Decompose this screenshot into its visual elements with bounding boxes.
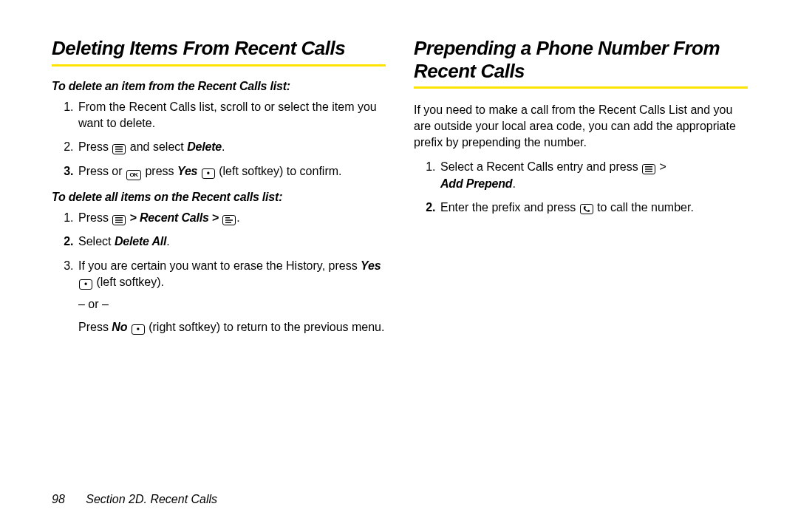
page-number: 98: [52, 493, 65, 505]
manual-page: Deleting Items From Recent Calls To dele…: [0, 0, 798, 532]
text: (right softkey) to return to the previou…: [146, 321, 385, 333]
subhead-delete-item: To delete an item from the Recent Calls …: [52, 80, 386, 93]
step-3: Press or OK press Yes (left softkey) to …: [77, 163, 386, 180]
heading-deleting-items: Deleting Items From Recent Calls: [52, 37, 386, 61]
ok-key-icon: OK: [126, 170, 141, 180]
text: Press or: [78, 165, 126, 177]
text-bold-italic: Yes: [361, 259, 381, 272]
alt-instruction: Press No (right softkey) to return to th…: [78, 319, 386, 335]
menu-key-icon: [112, 215, 126, 225]
softkey-icon: [132, 324, 145, 335]
subhead-delete-all: To delete all items on the Recent calls …: [52, 191, 386, 204]
section-label: Section 2D. Recent Calls: [86, 493, 217, 505]
step-2: Enter the prefix and press to call the n…: [439, 200, 748, 216]
text: (left softkey).: [93, 276, 164, 288]
svg-rect-7: [225, 219, 233, 220]
heading-prepending: Prepending a Phone Number From Recent Ca…: [414, 37, 748, 83]
left-column: Deleting Items From Recent Calls To dele…: [52, 37, 386, 343]
text: press: [142, 165, 177, 177]
step-3: If you are certain you want to erase the…: [77, 258, 386, 336]
text: .: [222, 140, 225, 153]
or-separator: – or –: [78, 296, 386, 313]
softkey-icon: [79, 279, 92, 290]
text-bold-italic: Add Prepend: [440, 177, 512, 190]
two-column-layout: Deleting Items From Recent Calls To dele…: [52, 37, 761, 343]
menu-key-icon: [642, 164, 655, 174]
text: From the Recent Calls list, scroll to or…: [78, 100, 377, 129]
right-column: Prepending a Phone Number From Recent Ca…: [414, 37, 748, 343]
page-footer: 98 Section 2D. Recent Calls: [52, 493, 217, 506]
step-1: From the Recent Calls list, scroll to or…: [77, 99, 386, 132]
text-bold-italic: Recent Calls: [140, 211, 209, 224]
text: to call the number.: [594, 201, 694, 214]
text-bold-italic: Yes: [177, 165, 197, 177]
text: Select: [78, 235, 115, 248]
svg-rect-3: [115, 217, 123, 218]
step-2: Press and select Delete.: [77, 139, 386, 155]
text: Press: [78, 321, 112, 333]
softkey-icon: [202, 168, 215, 179]
text: and select: [126, 140, 187, 153]
intro-paragraph: If you need to make a call from the Rece…: [414, 102, 748, 150]
text: Enter the prefix and press: [440, 201, 579, 214]
text: If you are certain you want to erase the…: [78, 259, 361, 272]
options-key-icon: [222, 215, 236, 225]
text: Select a Recent Calls entry and press: [440, 160, 641, 173]
heading-underline: [414, 86, 748, 89]
text-bold-italic: Delete All: [115, 235, 166, 248]
svg-rect-10: [645, 168, 652, 169]
text-bold-italic: >: [209, 211, 222, 224]
text: Press: [78, 140, 112, 153]
menu-key-icon: [112, 144, 126, 154]
step-2: Select Delete All.: [77, 233, 386, 250]
svg-rect-11: [645, 171, 652, 172]
svg-rect-6: [225, 217, 230, 218]
steps-delete-item: From the Recent Calls list, scroll to or…: [52, 99, 386, 180]
svg-rect-4: [115, 219, 123, 220]
text-bold-italic: >: [126, 211, 140, 224]
text: >: [656, 160, 666, 173]
text-bold-italic: Delete: [187, 140, 222, 153]
step-1: Press > Recent Calls > .: [77, 210, 386, 226]
heading-underline: [52, 64, 386, 66]
svg-rect-8: [225, 222, 231, 222]
step-1: Select a Recent Calls entry and press > …: [439, 159, 748, 192]
text: .: [166, 235, 169, 248]
steps-prepend: Select a Recent Calls entry and press > …: [414, 159, 748, 216]
svg-rect-1: [115, 149, 123, 150]
call-key-icon: [580, 204, 593, 214]
text: .: [236, 211, 239, 224]
text: (left softkey) to confirm.: [216, 165, 342, 177]
svg-rect-9: [645, 166, 652, 167]
svg-rect-2: [115, 151, 123, 152]
text-bold-italic: No: [112, 321, 127, 333]
text: .: [512, 177, 515, 190]
text: Press: [78, 211, 112, 224]
svg-rect-0: [115, 146, 123, 147]
svg-rect-5: [115, 222, 123, 222]
steps-delete-all: Press > Recent Calls > . Select Delete A…: [52, 210, 386, 335]
